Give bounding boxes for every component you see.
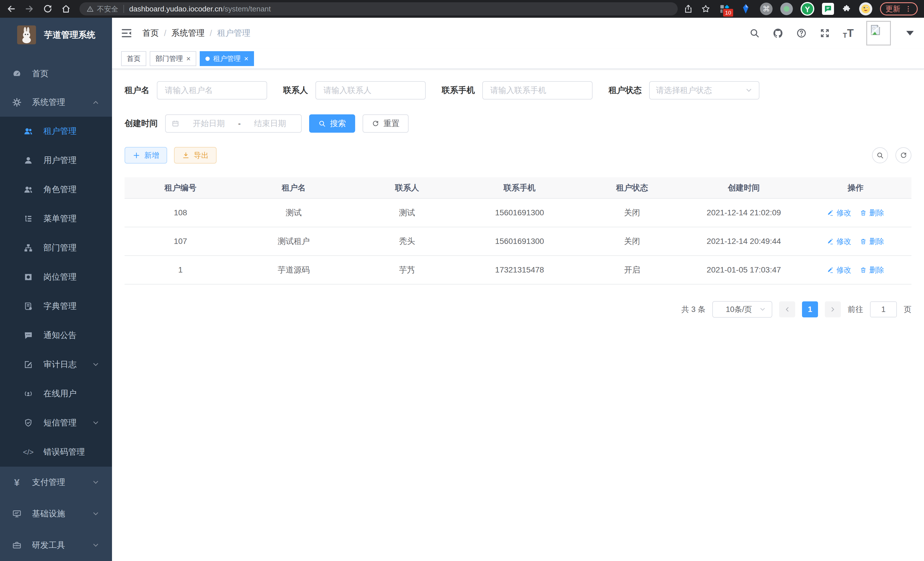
delete-link[interactable]: 删除 [860, 265, 884, 275]
export-button[interactable]: 导出 [174, 147, 217, 164]
url-path[interactable]: /system/tenant [223, 5, 271, 14]
sidebar-item-error-code[interactable]: </> 错误码管理 [0, 438, 112, 467]
yudao-extension-icon[interactable] [801, 2, 814, 16]
sidebar-item-post[interactable]: 岗位管理 [0, 262, 112, 292]
app-logo-row[interactable]: 芋道管理系统 [0, 18, 112, 52]
toggle-search-button[interactable] [872, 147, 888, 163]
cell-tenant-id: 1 [124, 256, 236, 284]
reset-button[interactable]: 重置 [363, 114, 409, 133]
browser-home-icon[interactable] [61, 4, 71, 14]
search-button[interactable]: 搜索 [309, 114, 355, 133]
edit-link[interactable]: 修改 [827, 208, 851, 218]
sidebar-item-sms[interactable]: 短信管理 [0, 408, 112, 438]
col-tenant-name: 租户名 [236, 177, 351, 199]
sidebar-item-system[interactable]: 系统管理 [0, 88, 112, 117]
not-secure-label[interactable]: 不安全 [97, 4, 118, 14]
edit-link[interactable]: 修改 [827, 265, 851, 275]
sidebar-item-dev-tools[interactable]: 研发工具 [0, 529, 112, 561]
chrome-update-button[interactable]: 更新 [880, 2, 918, 15]
tab-tenant[interactable]: 租户管理 × [200, 51, 254, 66]
sidebar-item-notice[interactable]: 通知公告 [0, 321, 112, 350]
next-page-button[interactable] [825, 301, 841, 317]
sidebar-item-menu[interactable]: 菜单管理 [0, 204, 112, 233]
cell-contact: 秃头 [351, 227, 463, 256]
recorder-extension-icon[interactable] [780, 3, 793, 15]
tab-home[interactable]: 首页 [121, 51, 146, 66]
help-icon[interactable] [796, 28, 807, 39]
github-icon[interactable] [772, 28, 783, 39]
mobile-input[interactable] [482, 81, 592, 99]
status-select[interactable]: 请选择租户状态 [649, 81, 759, 99]
tab-dept[interactable]: 部门管理 × [150, 51, 196, 66]
fullscreen-icon[interactable] [819, 28, 830, 39]
table-header-row: 租户编号 租户名 联系人 联系手机 租户状态 创建时间 操作 [124, 177, 911, 199]
extensions-puzzle-icon[interactable] [842, 4, 851, 14]
sidebar-item-label: 角色管理 [44, 184, 76, 195]
edit-icon [827, 238, 834, 245]
url-divider [123, 5, 124, 13]
page-unit-label: 页 [904, 304, 911, 314]
breadcrumb-home[interactable]: 首页 [142, 27, 159, 39]
add-button[interactable]: 新增 [124, 147, 167, 164]
page-size-select[interactable]: 10条/页 [712, 301, 772, 318]
chat-extension-icon[interactable] [822, 3, 834, 15]
sidebar-collapse-icon[interactable] [121, 27, 133, 39]
share-icon[interactable] [683, 4, 693, 14]
status-label: 租户状态 [609, 85, 642, 96]
page-number-button[interactable]: 1 [802, 301, 818, 317]
cell-contact: 测试 [351, 199, 463, 227]
browser-menu-dots-icon[interactable] [904, 5, 912, 13]
sidebar-item-home[interactable]: 首页 [0, 59, 112, 88]
bookmark-star-icon[interactable] [701, 4, 711, 14]
kite-extension-icon[interactable] [739, 2, 752, 15]
sidebar-item-online-users[interactable]: 在线用户 [0, 379, 112, 408]
browser-forward-icon[interactable] [25, 4, 34, 14]
browser-back-icon[interactable] [6, 4, 16, 14]
chevron-down-icon [759, 306, 766, 313]
sidebar-item-payment[interactable]: ¥ 支付管理 [0, 467, 112, 498]
profile-avatar-icon[interactable] [859, 2, 872, 15]
address-bar[interactable]: 不安全 dashboard.yudao.iocoder.cn/system/te… [80, 2, 678, 15]
avatar-caret-down-icon[interactable] [906, 31, 914, 35]
chevron-down-icon [745, 87, 753, 94]
sidebar-item-role[interactable]: 角色管理 [0, 175, 112, 204]
user-avatar[interactable] [866, 21, 891, 45]
tab-close-icon[interactable]: × [244, 55, 248, 62]
sidebar-item-infrastructure[interactable]: 基础设施 [0, 498, 112, 529]
gear-icon [12, 98, 22, 107]
delete-link[interactable]: 删除 [860, 236, 884, 247]
date-range-picker[interactable]: 开始日期 - 结束日期 [165, 114, 302, 133]
goto-page-input[interactable] [870, 301, 897, 317]
url-host[interactable]: dashboard.yudao.iocoder.cn [129, 5, 223, 14]
delete-link[interactable]: 删除 [860, 208, 884, 218]
not-secure-warning-icon[interactable] [86, 5, 94, 13]
sidebar-item-dept[interactable]: 部门管理 [0, 233, 112, 262]
browser-reload-icon[interactable] [43, 4, 52, 14]
cell-status: 开启 [576, 256, 688, 284]
sidebar-item-label: 通知公告 [44, 330, 76, 341]
breadcrumb-section[interactable]: 系统管理 [171, 27, 205, 39]
edit-link[interactable]: 修改 [827, 236, 851, 247]
sidebar-item-audit-log[interactable]: 审计日志 [0, 350, 112, 379]
command-extension-icon[interactable]: ⌘ [760, 3, 772, 15]
page-size-value: 10条/页 [718, 304, 759, 314]
tab-close-icon[interactable]: × [186, 55, 190, 62]
prev-page-button[interactable] [779, 301, 795, 317]
end-date-placeholder: 结束日期 [245, 118, 296, 129]
refresh-table-button[interactable] [896, 147, 911, 163]
sidebar-item-user[interactable]: 用户管理 [0, 146, 112, 175]
header-search-icon[interactable] [749, 28, 760, 39]
created-time-label: 创建时间 [124, 118, 158, 129]
contact-input[interactable] [315, 81, 426, 99]
font-size-icon[interactable]: TT [843, 27, 854, 39]
sidebar-item-dict[interactable]: 字典管理 [0, 292, 112, 321]
breadcrumb-separator: / [210, 29, 212, 38]
export-button-label: 导出 [194, 150, 208, 160]
reset-button-label: 重置 [383, 118, 399, 129]
tab-label: 租户管理 [213, 54, 241, 63]
pin-extension-icon[interactable]: 10 [718, 2, 731, 15]
table-row: 107 测试租户 秃头 15601691300 关闭 2021-12-14 20… [124, 227, 911, 256]
tenant-name-input[interactable] [157, 81, 267, 99]
sidebar-item-tenant[interactable]: 租户管理 [0, 117, 112, 146]
monitor-icon [12, 509, 22, 519]
